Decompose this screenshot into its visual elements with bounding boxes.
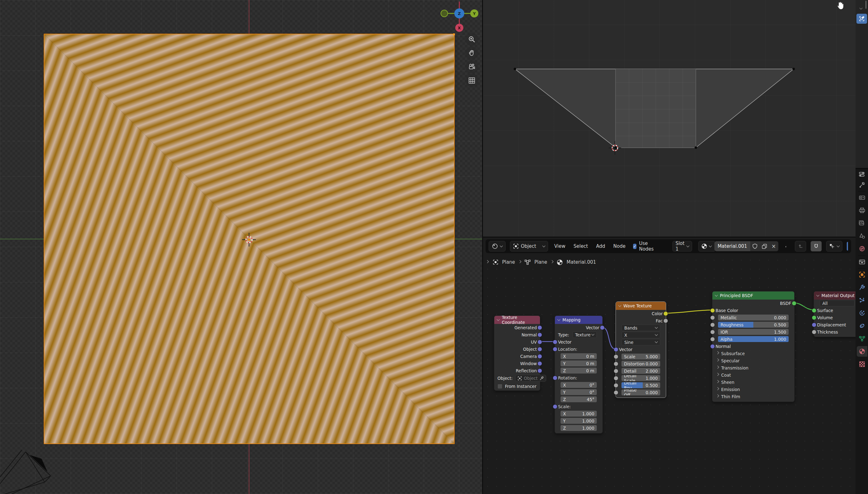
detail-scale-field[interactable]: Detail Scale1.000 — [621, 375, 660, 381]
socket-color-out[interactable] — [663, 311, 668, 316]
wave-profile-dropdown[interactable]: Sine — [621, 339, 660, 345]
socket-surface[interactable] — [812, 308, 816, 313]
tab-object[interactable] — [857, 269, 867, 280]
socket-distortion[interactable] — [614, 361, 618, 366]
socket-object[interactable] — [538, 347, 542, 352]
node-material-output[interactable]: Material Output All Surface Volume Displ… — [814, 291, 861, 337]
tab-render[interactable] — [857, 192, 867, 203]
socket-thickness[interactable] — [812, 329, 816, 334]
viewport-3d-perspective[interactable] — [483, 0, 855, 236]
tab-collection[interactable] — [857, 256, 867, 267]
tab-output[interactable] — [857, 205, 867, 216]
tab-tool[interactable] — [857, 179, 867, 190]
alpha-field[interactable]: Alpha1.000 — [718, 336, 789, 342]
section-thin-film[interactable]: Thin Film — [712, 393, 794, 400]
rotation-y-field[interactable]: Y0° — [561, 389, 597, 395]
socket-displacement[interactable] — [812, 322, 816, 327]
socket-scale[interactable] — [614, 354, 618, 359]
scale-y-field[interactable]: Y1.000 — [561, 418, 597, 424]
tab-object-data[interactable] — [857, 333, 867, 344]
camera-object-wireframe[interactable] — [0, 446, 62, 494]
socket-window[interactable] — [538, 361, 542, 366]
eyedropper-icon[interactable] — [540, 376, 544, 380]
socket-uv[interactable] — [538, 340, 542, 344]
socket-detail[interactable] — [614, 368, 618, 373]
socket-normal[interactable] — [538, 332, 542, 337]
socket-metallic[interactable] — [710, 315, 715, 320]
detail-field[interactable]: Detail2.000 — [621, 368, 660, 374]
tab-view-layer[interactable] — [857, 218, 867, 228]
gizmo-axis-neg-y[interactable] — [441, 10, 448, 17]
tab-world[interactable] — [857, 243, 867, 254]
section-emission[interactable]: Emission — [712, 386, 794, 393]
socket-vector-out[interactable] — [600, 325, 604, 330]
toggle-grid-button[interactable] — [465, 74, 478, 87]
output-target-dropdown[interactable]: All — [819, 300, 854, 306]
camera-view-button[interactable] — [465, 60, 478, 73]
pan-button[interactable] — [465, 46, 478, 60]
socket-normal[interactable] — [710, 344, 715, 348]
wave-type-dropdown[interactable]: Bands — [621, 325, 660, 331]
active-tool-tab[interactable] — [856, 14, 867, 24]
node-mapping[interactable]: Mapping Vector Type: Texture Vector Loca… — [555, 316, 603, 434]
tab-constraints[interactable] — [857, 321, 867, 331]
socket-bsdf-out[interactable] — [792, 301, 796, 305]
metallic-field[interactable]: Metallic0.000 — [718, 315, 789, 321]
socket-phase-offset[interactable] — [614, 390, 618, 395]
socket-detail-scale[interactable] — [614, 376, 618, 380]
scale-x-field[interactable]: X1.000 — [561, 411, 597, 417]
socket-generated[interactable] — [538, 325, 542, 330]
detail-roughness-field[interactable]: Detail Rou...0.500 — [621, 382, 660, 388]
mapping-type-dropdown[interactable]: Texture — [573, 331, 597, 338]
scrollbar[interactable] — [866, 1, 866, 9]
scale-z-field[interactable]: Z1.000 — [561, 425, 597, 431]
tab-particles[interactable] — [857, 295, 867, 305]
section-subsurface[interactable]: Subsurface — [712, 350, 794, 357]
bands-direction-dropdown[interactable]: X — [621, 332, 660, 338]
socket-ior[interactable] — [710, 329, 715, 334]
chevron-down-icon[interactable] — [860, 6, 863, 10]
tab-material[interactable] — [857, 346, 867, 357]
viewport-3d-top[interactable]: Z Y X — [0, 0, 482, 494]
node-texture-coordinate[interactable]: Texture Coordinate Generated Normal UV O… — [494, 316, 540, 391]
tab-scene[interactable] — [857, 231, 867, 241]
roughness-field[interactable]: Roughness0.500 — [718, 322, 789, 328]
shader-editor[interactable]: Object View Select Add Node ✓ Use Nodes … — [483, 238, 855, 494]
properties-editor-type-button[interactable] — [857, 169, 867, 180]
socket-base-color[interactable] — [710, 308, 715, 313]
socket-reflection[interactable] — [538, 368, 542, 373]
from-instancer-checkbox[interactable] — [498, 384, 502, 389]
rotation-z-field[interactable]: Z45° — [561, 396, 597, 402]
tab-texture[interactable] — [857, 359, 867, 369]
socket-scale[interactable] — [553, 404, 557, 409]
scale-field[interactable]: Scale5.000 — [621, 354, 660, 360]
section-sheen[interactable]: Sheen — [712, 379, 794, 386]
socket-camera[interactable] — [538, 354, 542, 359]
socket-rotation[interactable] — [553, 375, 557, 380]
location-x-field[interactable]: X0 m — [561, 353, 597, 359]
section-transmission[interactable]: Transmission — [712, 364, 794, 372]
location-y-field[interactable]: Y0 m — [561, 360, 597, 366]
tab-physics[interactable] — [857, 308, 867, 318]
phase-offset-field[interactable]: Phase Off...0.000 — [621, 390, 660, 395]
socket-location[interactable] — [553, 347, 557, 352]
socket-fac-out[interactable] — [663, 318, 668, 323]
section-specular[interactable]: Specular — [712, 357, 794, 364]
distortion-field[interactable]: Distortion0.000 — [621, 361, 660, 367]
navigation-gizmo[interactable]: Z Y X — [436, 2, 483, 36]
node-principled-bsdf[interactable]: Principled BSDF BSDF Base Color Metallic… — [712, 291, 795, 402]
socket-vector-in[interactable] — [614, 347, 618, 352]
socket-volume[interactable] — [812, 315, 816, 320]
ior-field[interactable]: IOR1.500 — [718, 329, 789, 335]
node-wave-texture[interactable]: Wave Texture Color Fac Bands X Sine Vect… — [616, 302, 666, 398]
socket-detail-roughness[interactable] — [614, 383, 618, 387]
socket-vector-in[interactable] — [553, 340, 557, 344]
location-z-field[interactable]: Z0 m — [561, 367, 597, 374]
section-coat[interactable]: Coat — [712, 372, 794, 379]
socket-alpha[interactable] — [710, 337, 715, 341]
tab-modifiers[interactable] — [857, 282, 867, 293]
zoom-button[interactable] — [465, 33, 478, 46]
rotation-x-field[interactable]: X0° — [561, 382, 597, 388]
socket-roughness[interactable] — [710, 322, 715, 327]
object-picker-field[interactable]: Object — [515, 375, 546, 382]
